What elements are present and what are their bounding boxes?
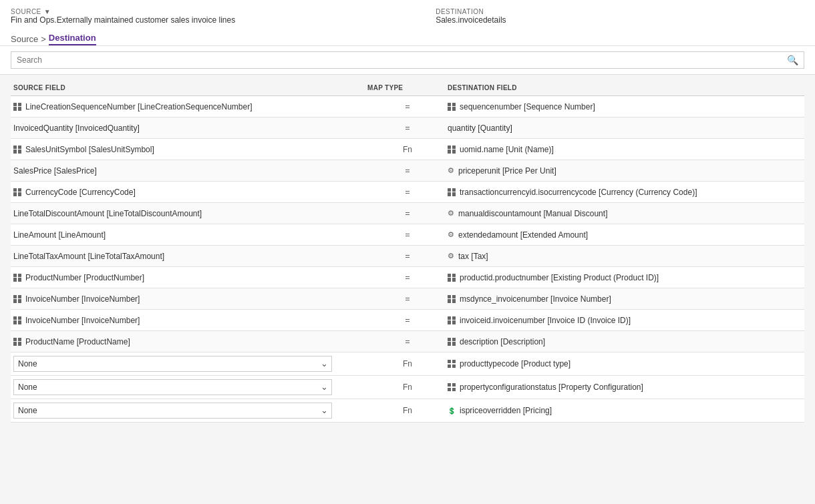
header-dest: DESTINATION Sales.invoicedetails xyxy=(436,8,506,25)
dest-cell: ⚙extendedamount [Extended Amount] xyxy=(448,230,802,240)
dest-field-text: propertyconfigurationstatus [Property Co… xyxy=(460,383,643,392)
grid-icon xyxy=(13,338,21,346)
table-row: InvoiceNumber [InvoiceNumber]=invoiceid.… xyxy=(11,310,804,331)
dropdown-row: NoneFn💲ispriceoverridden [Pricing] xyxy=(11,399,804,423)
grid-icon xyxy=(448,383,456,391)
grid-icon xyxy=(448,103,456,111)
source-dropdown[interactable]: None xyxy=(13,356,332,372)
dest-field-text: uomid.name [Unit (Name)] xyxy=(460,145,554,154)
grid-icon xyxy=(448,274,456,282)
dest-field-text: description [Description] xyxy=(460,337,545,346)
grid-icon xyxy=(13,146,21,154)
dest-cell: quantity [Quantity] xyxy=(448,123,802,133)
source-field-text: ProductName [ProductName] xyxy=(25,337,130,346)
table-row: InvoiceNumber [InvoiceNumber]=msdynce_in… xyxy=(11,288,804,310)
source-dropdown-cell: None xyxy=(13,379,367,395)
source-field-text: InvoiceNumber [InvoiceNumber] xyxy=(25,316,140,325)
dest-cell: ⚙priceperunit [Price Per Unit] xyxy=(448,166,802,176)
grid-icon xyxy=(448,146,456,154)
col-source-field: SOURCE FIELD xyxy=(13,84,367,91)
dest-cell: invoiceid.invoicenumber [Invoice ID (Inv… xyxy=(448,316,802,325)
header: SOURCE ▼ Fin and Ops.Externally maintain… xyxy=(0,0,815,46)
dest-field-text: producttypecode [Product type] xyxy=(460,359,570,368)
breadcrumb-destination[interactable]: Destination xyxy=(49,33,96,45)
source-cell: InvoicedQuantity [InvoicedQuantity] xyxy=(13,123,367,133)
map-type-cell: Fn xyxy=(367,383,448,392)
breadcrumb: Source > Destination xyxy=(11,30,804,45)
map-type-cell: = xyxy=(367,273,448,282)
table-row: InvoicedQuantity [InvoicedQuantity]=quan… xyxy=(11,117,804,139)
dropdown-row: NoneFnpropertyconfigurationstatus [Prope… xyxy=(11,376,804,399)
source-cell: ProductName [ProductName] xyxy=(13,337,367,346)
gear-icon: ⚙ xyxy=(448,252,454,260)
grid-icon xyxy=(448,295,456,303)
table-body: LineCreationSequenceNumber [LineCreation… xyxy=(11,96,804,423)
table-row: SalesUnitSymbol [SalesUnitSymbol]Fnuomid… xyxy=(11,139,804,160)
search-icon[interactable]: 🔍 xyxy=(787,55,798,65)
source-dropdown-cell: None xyxy=(13,403,367,419)
dest-label-text: DESTINATION xyxy=(436,8,484,15)
grid-icon xyxy=(13,103,21,111)
table-row: ProductName [ProductName]=description [D… xyxy=(11,331,804,352)
gear-icon: ⚙ xyxy=(448,209,454,218)
dest-cell: 💲ispriceoverridden [Pricing] xyxy=(448,406,802,415)
source-field-text: LineCreationSequenceNumber [LineCreation… xyxy=(25,102,253,111)
table-row: LineCreationSequenceNumber [LineCreation… xyxy=(11,96,804,117)
dest-cell: ⚙tax [Tax] xyxy=(448,252,802,261)
table-header: SOURCE FIELD MAP TYPE DESTINATION FIELD xyxy=(11,80,804,96)
source-dropdown[interactable]: None xyxy=(13,379,332,395)
map-type-cell: = xyxy=(367,166,448,176)
source-field-text: LineTotalTaxAmount [LineTotalTaxAmount] xyxy=(13,252,164,261)
dest-field-text: msdynce_invoicenumber [Invoice Number] xyxy=(460,294,611,304)
source-cell: CurrencyCode [CurrencyCode] xyxy=(13,188,367,197)
map-type-cell: Fn xyxy=(367,406,448,415)
search-input[interactable] xyxy=(17,55,787,65)
source-cell: ProductNumber [ProductNumber] xyxy=(13,273,367,282)
dest-field-text: invoiceid.invoicenumber [Invoice ID (Inv… xyxy=(460,316,631,325)
col-map-type: MAP TYPE xyxy=(367,84,448,91)
source-field-text: LineAmount [LineAmount] xyxy=(13,230,106,240)
source-value: Fin and Ops.Externally maintained custom… xyxy=(11,15,235,25)
gear-icon: ⚙ xyxy=(448,230,454,239)
dest-cell: uomid.name [Unit (Name)] xyxy=(448,145,802,154)
grid-icon xyxy=(448,188,456,196)
table-container: SOURCE FIELD MAP TYPE DESTINATION FIELD … xyxy=(0,75,815,428)
source-label: SOURCE ▼ xyxy=(11,8,235,15)
map-type-cell: = xyxy=(367,230,448,240)
source-cell: InvoiceNumber [InvoiceNumber] xyxy=(13,316,367,325)
source-dropdown[interactable]: None xyxy=(13,403,332,419)
source-dropdown-cell: None xyxy=(13,356,367,372)
breadcrumb-source[interactable]: Source xyxy=(11,34,38,44)
dest-cell: sequencenumber [Sequence Number] xyxy=(448,102,802,111)
table-row: LineTotalTaxAmount [LineTotalTaxAmount]=… xyxy=(11,246,804,267)
map-type-cell: = xyxy=(367,252,448,261)
dest-field-text: ispriceoverridden [Pricing] xyxy=(460,406,552,415)
search-input-wrap: 🔍 xyxy=(11,51,804,69)
grid-icon xyxy=(448,316,456,324)
pricing-icon: 💲 xyxy=(448,407,456,415)
dest-value: Sales.invoicedetails xyxy=(436,15,506,25)
source-field-text: InvoicedQuantity [InvoicedQuantity] xyxy=(13,123,140,133)
source-field-text: SalesPrice [SalesPrice] xyxy=(13,166,97,176)
dropdown-row: NoneFnproducttypecode [Product type] xyxy=(11,352,804,376)
source-cell: SalesPrice [SalesPrice] xyxy=(13,166,367,176)
map-type-cell: = xyxy=(367,188,448,197)
grid-icon xyxy=(13,188,21,196)
table-row: LineTotalDiscountAmount [LineTotalDiscou… xyxy=(11,203,804,224)
col-dest-field: DESTINATION FIELD xyxy=(448,84,802,91)
table-row: ProductNumber [ProductNumber]=productid.… xyxy=(11,267,804,288)
filter-icon[interactable]: ▼ xyxy=(44,8,51,15)
dest-label: DESTINATION xyxy=(436,8,506,15)
source-cell: LineTotalDiscountAmount [LineTotalDiscou… xyxy=(13,209,367,218)
header-top: SOURCE ▼ Fin and Ops.Externally maintain… xyxy=(11,8,804,25)
breadcrumb-arrow: > xyxy=(41,34,46,44)
map-type-cell: = xyxy=(367,294,448,304)
source-field-text: ProductNumber [ProductNumber] xyxy=(25,273,144,282)
dest-field-text: extendedamount [Extended Amount] xyxy=(458,230,588,240)
dest-cell: description [Description] xyxy=(448,337,802,346)
map-type-cell: = xyxy=(367,102,448,111)
dest-field-text: manualdiscountamount [Manual Discount] xyxy=(458,209,607,218)
source-cell: SalesUnitSymbol [SalesUnitSymbol] xyxy=(13,145,367,154)
table-row: CurrencyCode [CurrencyCode]=transactionc… xyxy=(11,182,804,203)
source-cell: LineAmount [LineAmount] xyxy=(13,230,367,240)
